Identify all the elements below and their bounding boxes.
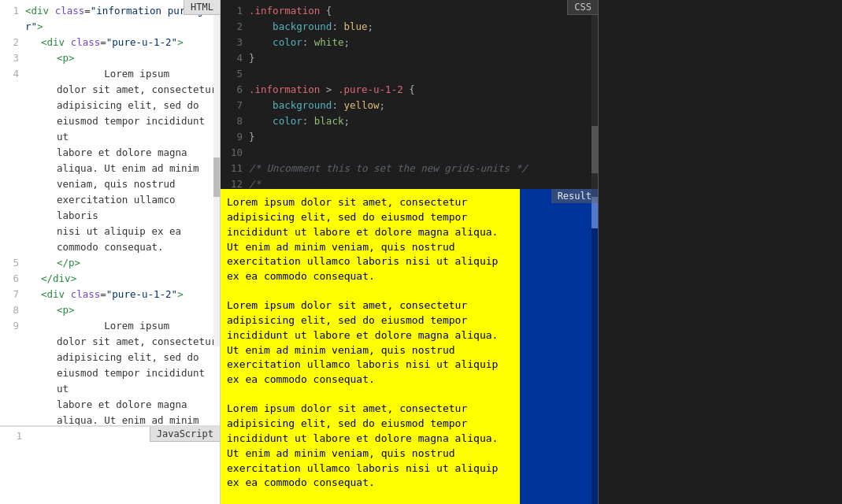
line-num-2: 2: [3, 35, 19, 50]
line-content-2: <div class="pure-u-1-2">: [25, 35, 220, 50]
css-content-11: /* Uncomment this to set the new grids-u…: [249, 161, 598, 176]
css-content-9: }: [249, 129, 598, 145]
css-line-num-12: 12: [224, 176, 243, 189]
html-section[interactable]: HTML 1 <div class="information pure-g-r"…: [0, 0, 220, 425]
result-tab[interactable]: Result: [551, 189, 598, 203]
css-line-8: 8 color: black;: [221, 113, 598, 129]
css-line-3: 3 color: white;: [221, 35, 598, 50]
html-line-4: 4 Lorem ipsum dolor sit amet, consectetu…: [0, 66, 220, 255]
css-content-2: background: blue;: [249, 19, 598, 35]
line-content-9: Lorem ipsum dolor sit amet, consectetur …: [25, 318, 220, 425]
css-line-num-3: 3: [224, 35, 243, 50]
css-line-num-4: 4: [224, 50, 243, 66]
css-scroll-thumb[interactable]: [592, 126, 598, 173]
css-line-num-9: 9: [224, 129, 243, 145]
css-content-8: color: black;: [249, 113, 598, 129]
result-content: Lorem ipsum dolor sit amet, consectetur …: [221, 189, 598, 504]
line-content-7: <div class="pure-u-1-2">: [25, 287, 220, 302]
css-content-1: .information {: [249, 3, 598, 19]
html-line-5: 5 </p>: [0, 255, 220, 271]
css-tab[interactable]: CSS: [567, 0, 598, 15]
css-line-7: 7 background: yellow;: [221, 98, 598, 113]
result-panel[interactable]: Result Lorem ipsum dolor sit amet, conse…: [221, 189, 598, 504]
css-line-9: 9 }: [221, 129, 598, 145]
html-line-6: 6 </div>: [0, 271, 220, 287]
css-line-num-5: 5: [224, 66, 243, 82]
yellow-column: Lorem ipsum dolor sit amet, consectetur …: [221, 189, 520, 504]
css-line-num-8: 8: [224, 113, 243, 129]
css-panel: CSS 1 .information { 2 background: blue;…: [221, 0, 599, 504]
main-container: HTML 1 <div class="information pure-g-r"…: [0, 0, 842, 504]
css-content-3: color: white;: [249, 35, 598, 50]
html-line-2: 2 <div class="pure-u-1-2">: [0, 35, 220, 50]
css-line-5: 5: [221, 66, 598, 82]
css-line-num-7: 7: [224, 98, 243, 113]
html-scroll-thumb[interactable]: [213, 158, 220, 197]
line-content-8: <p>: [25, 302, 220, 318]
css-line-num-1: 1: [224, 3, 243, 19]
left-column: HTML 1 <div class="information pure-g-r"…: [0, 0, 221, 504]
html-line-9: 9 Lorem ipsum dolor sit amet, consectetu…: [0, 318, 220, 425]
html-code-editor[interactable]: 1 <div class="information pure-g-r"> 2 <…: [0, 0, 220, 425]
html-line-8: 8 <p>: [0, 302, 220, 318]
lorem-text-1: Lorem ipsum dolor sit amet, consectetur …: [227, 195, 514, 284]
line-num-9: 9: [3, 318, 19, 334]
html-line-3: 3 <p>: [0, 50, 220, 66]
css-line-num-10: 10: [224, 145, 243, 161]
css-line-11: 11 /* Uncomment this to set the new grid…: [221, 161, 598, 176]
line-content-6: </div>: [25, 271, 220, 287]
line-content-4: Lorem ipsum dolor sit amet, consectetur …: [25, 66, 220, 255]
css-line-1: 1 .information {: [221, 3, 598, 19]
line-num-6: 6: [3, 271, 19, 287]
blue-column: [520, 189, 598, 504]
html-scrollbar[interactable]: [213, 0, 220, 346]
line-num-4: 4: [3, 66, 19, 82]
lorem-text-2: Lorem ipsum dolor sit amet, consectetur …: [227, 298, 514, 387]
yellow-block-1: Lorem ipsum dolor sit amet, consectetur …: [227, 195, 514, 491]
js-tab[interactable]: JavaScript: [150, 427, 220, 442]
result-scrollbar[interactable]: [592, 189, 598, 504]
css-line-num-6: 6: [224, 82, 243, 98]
line-num-7: 7: [3, 287, 19, 302]
css-line-10: 10: [221, 145, 598, 161]
lorem-text-3: Lorem ipsum dolor sit amet, consectetur …: [227, 402, 514, 491]
css-line-num-2: 2: [224, 19, 243, 35]
css-content-7: background: yellow;: [249, 98, 598, 113]
js-section[interactable]: JavaScript 1: [0, 425, 220, 504]
css-line-12: 12 /*: [221, 176, 598, 189]
html-line-7: 7 <div class="pure-u-1-2">: [0, 287, 220, 302]
css-content-4: }: [249, 50, 598, 66]
html-tab[interactable]: HTML: [184, 0, 220, 15]
line-content-3: <p>: [25, 50, 220, 66]
css-line-6: 6 .information > .pure-u-1-2 {: [221, 82, 598, 98]
css-line-num-11: 11: [224, 161, 243, 176]
css-line-2: 2 background: blue;: [221, 19, 598, 35]
css-content-6: .information > .pure-u-1-2 {: [249, 82, 598, 98]
js-line-num-1: 1: [6, 430, 22, 442]
css-line-4: 4 }: [221, 50, 598, 66]
line-num-3: 3: [3, 50, 19, 66]
line-num-5: 5: [3, 255, 19, 271]
line-num-8: 8: [3, 302, 19, 318]
line-num-1: 1: [3, 3, 19, 19]
css-content-12: /*: [249, 176, 598, 189]
css-code-editor[interactable]: 1 .information { 2 background: blue; 3 c…: [221, 0, 598, 189]
line-content-5: </p>: [25, 255, 220, 271]
